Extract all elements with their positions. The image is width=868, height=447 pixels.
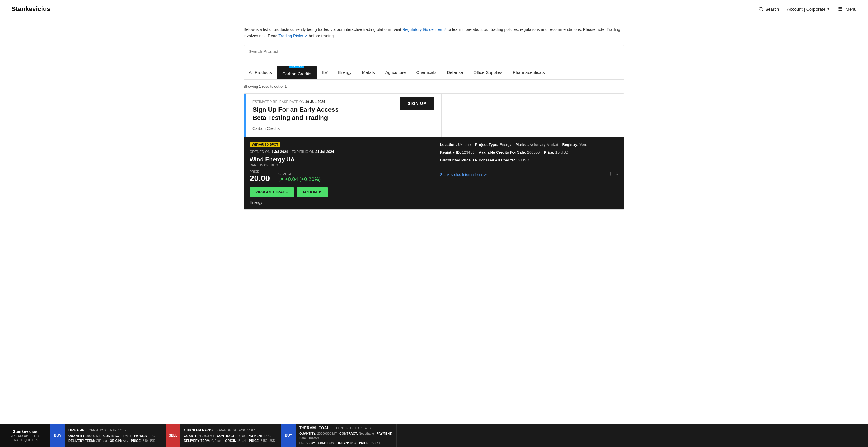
tab-energy[interactable]: Energy [333,67,357,78]
intro-text-3: before trading. [309,33,335,38]
category-tabs: All Products Real-Time Carbon Credits EV… [244,65,624,80]
detail-location: Location: Ukraine Project Type: Energy M… [440,142,619,148]
stankevicius-international-link[interactable]: Stankevicius International ↗ [440,172,487,177]
price-value: 20.00 [250,174,270,183]
site-logo: Stankevicius [11,5,51,13]
account-menu[interactable]: Account | Corporate ▼ [787,7,830,11]
chevron-down-icon: ▼ [318,190,322,194]
product-card-title: Sign Up For an Early Access Beta Testing… [252,106,339,122]
intro-paragraph: Below is a list of products currently be… [244,26,624,39]
tab-carbon-credits[interactable]: Real-Time Carbon Credits [277,65,316,80]
header-right: Search Account | Corporate ▼ ☰ Menu [758,6,857,12]
tab-pharmaceuticals[interactable]: Pharmaceuticals [507,67,550,78]
product-card-top: ESTIMATED RELEASE DATE ON 30 Jul 2024 Si… [244,94,624,137]
trading-product-sub: CARBON CREDITS [250,163,428,167]
product-search-input[interactable] [244,45,624,57]
tab-all-products[interactable]: All Products [244,67,277,78]
hamburger-menu[interactable]: ☰ Menu [838,6,857,12]
trading-buttons: VIEW AND TRADE ACTION ▼ [250,187,428,197]
arrow-up-icon: ↗ [278,176,283,183]
trading-badge: WEYA/USD SPOT [250,142,280,147]
detail-discounted: Discounted Price If Purchased All Credit… [440,157,619,163]
card-right-empty [441,94,624,137]
search-button[interactable]: Search [758,6,779,11]
header: Stankevicius Search Account | Corporate … [0,0,868,18]
trading-right: Location: Ukraine Project Type: Energy M… [434,137,624,209]
svg-line-1 [762,10,763,11]
trading-left: WEYA/USD SPOT OPENED ON 1 Jul 2024 EXPIR… [244,137,434,209]
action-button[interactable]: ACTION ▼ [297,187,328,197]
change-label: CHANGE [278,172,320,176]
main-content: Below is a list of products currently be… [232,18,636,210]
trading-risks-link[interactable]: Trading Risks ↗ [278,33,308,38]
tab-agriculture[interactable]: Agriculture [380,67,411,78]
account-label: Account | Corporate [787,7,825,11]
view-trade-button[interactable]: VIEW AND TRADE [250,187,294,197]
signup-button[interactable]: SIGN UP [400,97,435,110]
product-card: ESTIMATED RELEASE DATE ON 30 Jul 2024 Si… [244,93,624,210]
change-value: ↗ +0.04 (+0.20%) [278,176,320,183]
results-count: Showing 1 results out of 1 [244,84,624,89]
chevron-down-icon: ▼ [827,7,830,11]
intro-text-1: Below is a list of products currently be… [244,27,402,32]
card-bottom-icons: ↓ ○ [609,171,618,177]
trading-product-name: Wind Energy UA [250,156,428,163]
search-label: Search [765,7,779,11]
price-label: PRICE [250,170,270,173]
download-icon[interactable]: ↓ [609,171,612,177]
product-type-label: Carbon Credits [252,126,339,131]
product-card-bottom: WEYA/USD SPOT OPENED ON 1 Jul 2024 EXPIR… [244,137,624,209]
tab-defense[interactable]: Defense [441,67,468,78]
trading-dates: OPENED ON 1 Jul 2024 EXPIRING ON 31 Jul … [250,150,428,154]
tab-carbon-credits-label: Carbon Credits [282,71,311,76]
tab-office-supplies[interactable]: Office Supplies [468,67,507,78]
tab-chemicals[interactable]: Chemicals [411,67,441,78]
regulatory-guidelines-link[interactable]: Regulatory Guidelines ↗ [402,27,447,32]
release-label: ESTIMATED RELEASE DATE ON 30 Jul 2024 [252,100,339,103]
tab-ev[interactable]: EV [316,67,333,78]
realtime-badge: Real-Time [289,65,304,68]
search-icon [758,6,764,11]
trading-category: Energy [250,200,428,205]
detail-registry-id: Registry ID: 123456 Available Credits Fo… [440,150,619,156]
menu-icon: ☰ [838,6,843,12]
trading-price-section: PRICE 20.00 CHANGE ↗ +0.04 (+0.20%) [250,170,428,183]
menu-label: Menu [845,7,857,11]
tab-metals[interactable]: Metals [356,67,380,78]
check-circle-icon[interactable]: ○ [615,171,618,177]
card-signup-info: ESTIMATED RELEASE DATE ON 30 Jul 2024 Si… [246,94,441,137]
